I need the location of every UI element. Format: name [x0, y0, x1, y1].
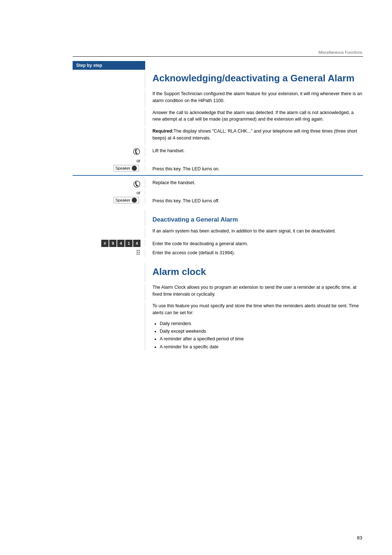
grid-step: ⠿ Enter the access code (default is 3199…: [73, 249, 363, 257]
or-spacer-2: [145, 190, 363, 195]
step-by-step-bar: Step by step: [73, 61, 145, 70]
section1-intro2: Answer the call to acknowledge that the …: [145, 109, 363, 127]
required-content: Required:The display shows "CALL: RLA CH…: [145, 128, 363, 145]
bullet-4: A reminder for a specific date: [160, 343, 363, 351]
key-9: 9: [109, 240, 117, 247]
section1-intro1: If the Support Technician configured the…: [145, 90, 363, 108]
handset-lift-icon: ✆: [131, 146, 142, 158]
grid-icon-area: ⠿: [73, 249, 145, 257]
bullet-1: Daily reminders: [160, 320, 363, 328]
page-number: 83: [357, 535, 362, 540]
speaker-instruction-1: Press this key. The LED turns on.: [145, 165, 363, 173]
or-label-1: or: [73, 158, 145, 163]
left-spacer-4: [73, 128, 145, 145]
speaker-icon-area-1: Speaker: [73, 165, 145, 171]
required-label: Required:: [152, 129, 173, 134]
section3-title-row: Alarm clock: [73, 263, 363, 283]
grid-icon: ⠿: [136, 249, 140, 257]
section2-title: Deactivating a General Alarm: [152, 216, 363, 223]
intro1-text: If the Support Technician configured the…: [152, 90, 363, 104]
section2-title-content: Deactivating a General Alarm: [145, 210, 363, 226]
lift-handset-instruction: Lift the handset.: [145, 147, 363, 154]
code-instruction: Enter the code for deactivating a genera…: [145, 240, 363, 247]
page-header: Miscellaneous Functions: [319, 50, 362, 54]
or-row-1: or: [73, 158, 363, 163]
speaker-row-1: Speaker: [114, 165, 140, 171]
handset-replace-icon: ✆: [133, 179, 140, 189]
or-spacer-1: [145, 158, 363, 163]
section3-bullet-list: Daily reminders Daily except weekends A …: [160, 320, 363, 351]
code-keys-step: # 9 4 1 4 Enter the code for deactivatin…: [73, 240, 363, 247]
section3-intro1-text: The Alarm Clock allows you to program an…: [152, 284, 363, 298]
section2-intro: If an alarm system has been activated, i…: [145, 228, 363, 238]
or-text-1: or: [136, 158, 140, 163]
code-keys-display: # 9 4 1 4: [101, 240, 140, 247]
section1-intro2-row: Answer the call to acknowledge that the …: [73, 109, 363, 127]
replace-handset-step: ✆ Replace the handset.: [73, 179, 363, 189]
grid-instruction: Enter the access code (default is 31994)…: [145, 249, 363, 256]
speaker-label-1: Speaker: [115, 166, 130, 170]
left-spacer-2: [73, 90, 145, 108]
lift-handset-step: ✆ Lift the handset.: [73, 147, 363, 157]
required-row: Required:The display shows "CALL: RLA CH…: [73, 128, 363, 145]
left-spacer-7: [73, 263, 145, 283]
or-label-2: or: [73, 190, 145, 195]
section3-intro2: To use this feature you must specify and…: [145, 303, 363, 351]
left-spacer-9: [73, 303, 145, 351]
section2-title-row: Deactivating a General Alarm: [73, 210, 363, 226]
left-spacer-3: [73, 109, 145, 127]
speaker-label-2: Speaker: [115, 198, 130, 202]
left-spacer-6: [73, 228, 145, 238]
required-body: The display shows "CALL: RLA CHK..." and…: [152, 129, 357, 141]
speaker-circle-2: [132, 198, 137, 203]
section1-title-content: Acknowledging/deactivating a General Ala…: [145, 70, 363, 89]
section1-intro1-row: If the Support Technician configured the…: [73, 90, 363, 108]
key-4b: 4: [133, 240, 140, 247]
or-text-2: or: [136, 190, 140, 195]
speaker-instruction-2: Press this key. The LED turns off.: [145, 197, 363, 204]
content-area: Step by step Acknowledging/deactivating …: [73, 61, 363, 526]
section3-title: Alarm clock: [152, 266, 363, 278]
required-text: Required:The display shows "CALL: RLA CH…: [152, 128, 363, 142]
left-spacer-5: [73, 210, 145, 226]
speaker-step-1: Speaker Press this key. The LED turns on…: [73, 165, 363, 173]
section2-intro-text: If an alarm system has been activated, i…: [152, 228, 363, 235]
speaker-key-1[interactable]: Speaker: [114, 165, 139, 171]
section3-title-content: Alarm clock: [145, 263, 363, 283]
or-row-2: or: [73, 190, 363, 195]
lift-handset-icon-area: ✆: [73, 147, 145, 157]
speaker-row-2: Speaker: [114, 197, 140, 203]
section3-intro2-row: To use this feature you must specify and…: [73, 303, 363, 351]
replace-handset-icon-area: ✆: [73, 179, 145, 189]
replace-handset-instruction: Replace the handset.: [145, 179, 363, 186]
section3-intro1: The Alarm Clock allows you to program an…: [145, 284, 363, 301]
section1-title-row: Acknowledging/deactivating a General Ala…: [73, 70, 363, 89]
key-1: 1: [125, 240, 132, 247]
header-text: Miscellaneous Functions: [319, 50, 362, 54]
speaker-circle-1: [132, 166, 137, 171]
code-keys-area: # 9 4 1 4: [73, 240, 145, 247]
left-spacer-8: [73, 284, 145, 301]
page-container: Miscellaneous Functions Step by step Ack…: [0, 0, 392, 555]
section2-intro-row: If an alarm system has been activated, i…: [73, 228, 363, 238]
intro2-text: Answer the call to acknowledge that the …: [152, 109, 363, 123]
bullet-2: Daily except weekends: [160, 328, 363, 335]
speaker-key-2[interactable]: Speaker: [114, 197, 139, 203]
speaker-icon-area-2: Speaker: [73, 197, 145, 203]
key-hash: #: [101, 240, 109, 247]
section1-title: Acknowledging/deactivating a General Ala…: [152, 73, 363, 84]
section3-intro2-text: To use this feature you must specify and…: [152, 303, 363, 316]
section3-intro1-row: The Alarm Clock allows you to program an…: [73, 284, 363, 301]
bullet-3: A reminder after a specified period of t…: [160, 335, 363, 343]
speaker-step-2: Speaker Press this key. The LED turns of…: [73, 197, 363, 204]
left-spacer: [73, 70, 145, 89]
blue-divider: [73, 175, 363, 176]
header-divider: [73, 56, 363, 57]
step-by-step-label: Step by step: [76, 63, 102, 68]
key-4: 4: [117, 240, 124, 247]
